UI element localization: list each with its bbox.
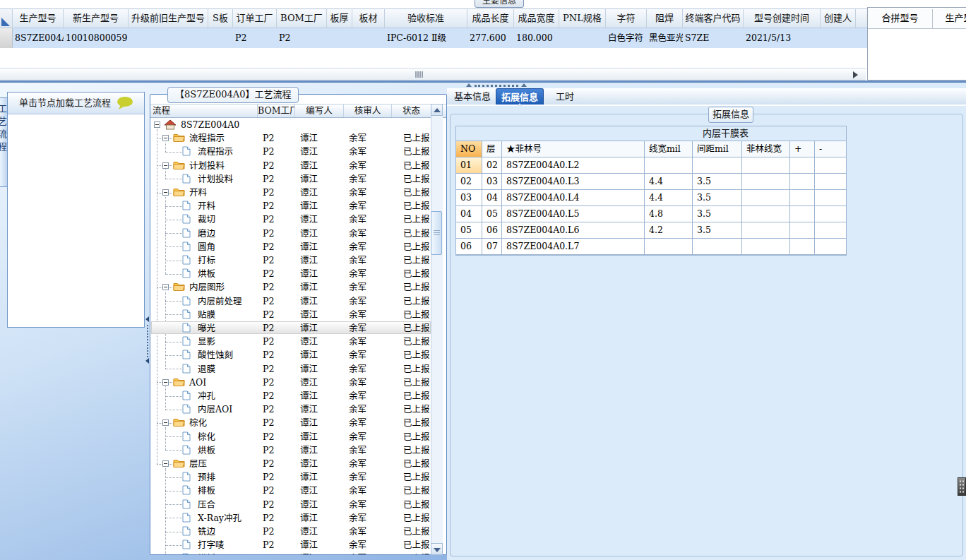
tree-row[interactable]: 烘板P2谭江余军已上报 xyxy=(151,443,431,457)
tree-row[interactable]: 预排P2谭江余军已上报 xyxy=(151,470,431,484)
tree-row[interactable]: 开料P2谭江余军已上报 xyxy=(151,199,431,213)
film-column-header[interactable]: - xyxy=(815,141,847,157)
tree-row[interactable]: 烘板P2谭江余军已上报 xyxy=(151,267,431,280)
tree-column-header[interactable]: 流程 xyxy=(150,105,258,117)
row-selector[interactable] xyxy=(0,28,13,48)
tree-row[interactable]: 烘板P2谭江余军已上报 xyxy=(151,552,431,554)
model-column-header[interactable]: 新生产型号 xyxy=(64,8,129,28)
model-column-header[interactable]: 验收标准 xyxy=(385,8,467,28)
model-column-header[interactable]: 订单工厂 xyxy=(233,8,277,28)
model-column-header[interactable]: S板 xyxy=(208,8,233,28)
right-edge-grip[interactable] xyxy=(958,477,966,496)
tree-collapse-toggle-icon[interactable] xyxy=(154,121,160,128)
tree-row[interactable]: 铣边P2谭江余军已上报 xyxy=(151,525,431,538)
tree-collapse-toggle-icon[interactable] xyxy=(162,135,169,141)
vertical-splitter[interactable] xyxy=(147,325,148,357)
model-column-header[interactable]: 板材 xyxy=(352,8,385,28)
tree-column-header[interactable]: 核审人 xyxy=(344,105,392,117)
bom-factory-cell: P2 xyxy=(263,484,274,497)
film-column-header[interactable]: ★菲林号 xyxy=(502,141,645,157)
tree-row[interactable]: 冲孔P2谭江余军已上报 xyxy=(151,389,431,403)
film-row[interactable]: 04058S7ZE004A0.L54.83.5 xyxy=(456,206,846,222)
tree-row[interactable]: 磨边P2谭江余军已上报 xyxy=(151,227,431,240)
model-column-header[interactable]: 创建人 xyxy=(821,8,856,28)
splitter-collapse-icon[interactable] xyxy=(145,316,149,322)
model-column-header[interactable]: 板厚 xyxy=(327,8,352,28)
tree-collapse-toggle-icon[interactable] xyxy=(162,284,169,290)
tree-row[interactable]: 打字唛P2谭江余军已上报 xyxy=(151,538,431,552)
tree-row[interactable]: 内层前处理P2谭江余军已上报 xyxy=(151,294,431,308)
film-column-header[interactable]: 层 xyxy=(482,141,502,157)
tree-collapse-toggle-icon[interactable] xyxy=(162,460,169,467)
tree-collapse-toggle-icon[interactable] xyxy=(162,189,169,196)
tree-collapse-toggle-icon[interactable] xyxy=(162,379,169,386)
panel-splitter-grip[interactable] xyxy=(466,83,527,88)
process-flow-title-tab[interactable]: 【8S7ZE004A0】工艺流程 xyxy=(167,87,299,103)
tree-row[interactable]: 流程指示P2谭江余军已上报 xyxy=(151,145,431,158)
tree-row[interactable]: 开料P2谭江余军已上报 xyxy=(151,186,431,199)
film-row[interactable]: 06078S7ZE004A0.L7 xyxy=(456,239,846,255)
film-row[interactable]: 02038S7ZE004A0.L34.43.5 xyxy=(456,174,846,190)
film-row[interactable]: 03048S7ZE004A0.L44.43.5 xyxy=(456,190,846,206)
film-row[interactable]: 01028S7ZE004A0.L2 xyxy=(456,157,846,174)
tree-row[interactable]: 压合P2谭江余军已上报 xyxy=(151,498,431,511)
tree-collapse-toggle-icon[interactable] xyxy=(162,162,169,169)
tab-工时[interactable]: 工时 xyxy=(549,88,580,105)
tree-row[interactable]: 内层图形P2谭江余军已上报 xyxy=(151,280,431,294)
model-column-header[interactable]: 生产型号 xyxy=(13,8,64,28)
film-column-header[interactable]: 菲林线宽 xyxy=(742,141,790,157)
film-column-header[interactable]: 线宽mil xyxy=(645,141,693,157)
tree-row[interactable]: 排板P2谭江余军已上报 xyxy=(151,484,431,497)
tree-scroll-up-button[interactable] xyxy=(431,104,443,116)
tree-row[interactable]: 棕化P2谭江余军已上报 xyxy=(151,416,431,429)
model-column-header[interactable]: BOM工厂 xyxy=(277,8,327,28)
tree-row[interactable]: 裁切P2谭江余军已上报 xyxy=(151,213,431,226)
tree-row[interactable]: 计划投料P2谭江余军已上报 xyxy=(151,172,431,186)
tree-row[interactable]: 退膜P2谭江余军已上报 xyxy=(151,362,431,376)
tree-column-header[interactable]: 编写人 xyxy=(295,105,344,117)
model-column-header[interactable]: 字符 xyxy=(606,8,647,28)
tree-row[interactable]: 8S7ZE004A0 xyxy=(151,118,431,131)
tree-scrollbar-thumb[interactable] xyxy=(431,211,442,255)
film-column-header[interactable]: NO xyxy=(456,141,482,157)
tree-row[interactable]: 酸性蚀刻P2谭江余军已上报 xyxy=(151,348,431,362)
film-column-header[interactable]: + xyxy=(790,141,815,157)
film-column-header[interactable]: 间距mil xyxy=(693,141,742,157)
tree-column-header[interactable]: 状态 xyxy=(392,105,431,117)
scroll-right-icon[interactable] xyxy=(853,71,858,78)
model-column-header[interactable]: 成品宽度 xyxy=(514,8,559,28)
splitter-collapse-icon[interactable] xyxy=(145,358,149,364)
tree-row[interactable]: 计划投料P2谭江余军已上报 xyxy=(151,159,431,172)
tab-基本信息[interactable]: 基本信息 xyxy=(450,88,495,105)
tab-拓展信息[interactable]: 拓展信息 xyxy=(496,88,544,105)
horizontal-scrollbar[interactable] xyxy=(0,68,866,81)
select-all-corner[interactable] xyxy=(0,8,13,28)
tree-row[interactable]: 内层AOIP2谭江余军已上报 xyxy=(151,403,431,416)
tree-scroll-down-button[interactable] xyxy=(431,543,443,555)
model-column-header[interactable]: 升级前旧生产型号 xyxy=(129,8,208,28)
tree-row[interactable]: 圆角P2谭江余军已上报 xyxy=(151,240,431,254)
model-column-header[interactable]: 成品长度 xyxy=(467,8,514,28)
main-info-button[interactable]: 主要信息 xyxy=(475,0,524,8)
file-icon xyxy=(182,214,191,226)
tree-row[interactable]: 流程指示P2谭江余军已上报 xyxy=(151,131,431,145)
merge-column-header[interactable]: 合拼型号 xyxy=(868,9,933,29)
model-column-header[interactable]: PNL规格 xyxy=(559,8,606,28)
tree-row[interactable]: 棕化P2谭江余军已上报 xyxy=(151,430,431,443)
model-column-header[interactable]: 阻焊 xyxy=(647,8,683,28)
tree-row[interactable]: 贴膜P2谭江余军已上报 xyxy=(151,308,431,321)
tree-scrollbar-track[interactable] xyxy=(431,116,443,543)
tree-row[interactable]: 显影P2谭江余军已上报 xyxy=(151,335,431,348)
tree-row[interactable]: 曝光P2谭江余军已上报 xyxy=(151,321,431,335)
tree-row[interactable]: 打标P2谭江余军已上报 xyxy=(151,254,431,267)
tree-row[interactable]: X-Ray冲孔P2谭江余军已上报 xyxy=(151,511,431,525)
tree-column-header[interactable]: BOM工厂 xyxy=(258,105,295,117)
tree-row[interactable]: 层压P2谭江余军已上报 xyxy=(151,457,431,470)
model-table-row[interactable]: 8S7ZE004A010010800059157P2P2IPC-6012 Ⅱ级2… xyxy=(0,28,884,48)
model-column-header[interactable]: 终端客户代码 xyxy=(683,8,744,28)
merge-column-header[interactable]: 生产型号 xyxy=(933,9,966,29)
tree-collapse-toggle-icon[interactable] xyxy=(162,419,169,426)
film-row[interactable]: 05068S7ZE004A0.L64.23.5 xyxy=(456,222,846,239)
model-column-header[interactable]: 型号创建时间 xyxy=(744,8,821,28)
tree-row[interactable]: AOIP2谭江余军已上报 xyxy=(151,376,431,389)
